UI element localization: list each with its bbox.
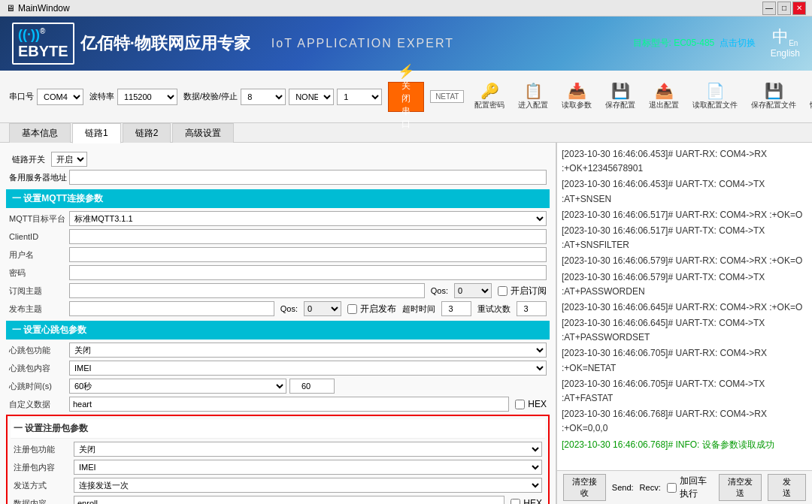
log-entry: [2023-10-30 16:46:06.517]# UART-RX: COM4… (562, 208, 807, 222)
link-switch-label: 链路开关 (12, 154, 45, 165)
enter-config-label: 进入配置 (518, 100, 548, 110)
close-button[interactable]: ✕ (792, 2, 806, 15)
publish-open-checkbox[interactable]: 开启发布 (347, 303, 396, 315)
close-port-button[interactable]: ⚡ 关闭串口 (388, 82, 424, 112)
subscribe-open-checkbox[interactable]: 开启订阅 (498, 285, 547, 297)
tab-basic[interactable]: 基本信息 (9, 123, 71, 143)
heartbeat-section-header: 一 设置心跳包参数 (6, 321, 550, 340)
title-bar-text: MainWindow (18, 3, 70, 14)
subscribe-qos-select[interactable]: 012 (454, 283, 492, 298)
register-send-select[interactable]: 连接发送一次 (74, 478, 542, 493)
enter-config-button[interactable]: 📋 进入配置 (512, 80, 554, 113)
custom-data-input[interactable] (69, 397, 509, 412)
password-input[interactable] (69, 265, 547, 280)
register-hex-checkbox[interactable]: HEX (511, 498, 542, 504)
heartbeat-content-row: 心跳包内容 IMEI (6, 361, 550, 376)
add-queue-check[interactable] (667, 483, 677, 493)
save-config-button[interactable]: 💾 保存配置 (599, 80, 641, 113)
client-id-input[interactable] (69, 229, 547, 244)
log-entry: [2023-10-30 16:46:06.517]# UART-TX: COM4… (562, 224, 807, 252)
lang-icon: 中En (772, 29, 798, 47)
timeout-input[interactable] (441, 301, 471, 316)
tab-advanced[interactable]: 高级设置 (172, 123, 234, 143)
port-select[interactable]: COM4 (37, 89, 83, 105)
subscribe-input[interactable] (69, 283, 425, 298)
send-button[interactable]: 发送 (768, 474, 806, 501)
parity-select[interactable]: NONE (289, 89, 334, 105)
subscribe-open-label: 开启订阅 (511, 285, 547, 297)
save-config-icon: 💾 (611, 83, 630, 98)
custom-data-hex-check[interactable] (515, 400, 525, 409)
heartbeat-content-select[interactable]: IMEI (69, 361, 547, 376)
register-data-input[interactable] (74, 496, 504, 504)
send-label: Send: (612, 483, 634, 492)
read-params-label: 读取参数 (562, 100, 592, 110)
server-addr-input[interactable] (69, 170, 547, 185)
read-params-button[interactable]: 📥 读取参数 (556, 80, 598, 113)
subscribe-row: 订阅主题 Qos: 012 开启订阅 (6, 283, 550, 298)
subscribe-label: 订阅主题 (9, 285, 69, 297)
register-func-select[interactable]: 关闭开启 (74, 442, 542, 457)
username-input[interactable] (69, 247, 547, 262)
toolbar-left: 串口号 COM4 波特率 115200 数据/校验/停止 8 NONE 1 ⚡ (9, 82, 424, 112)
factory-reset-button[interactable]: 🔄 恢复出厂设置 (804, 80, 812, 113)
custom-data-hex-checkbox[interactable]: HEX (515, 399, 547, 409)
heartbeat-time-select[interactable]: 60秒 (69, 379, 286, 394)
save-config-file-button[interactable]: 💾 保存配置文件 (745, 80, 802, 113)
register-section: 一 设置注册包参数 注册包功能 关闭开启 注册包内容 IMEI 发送方式 连 (6, 415, 550, 504)
baud-select[interactable]: 115200 (117, 89, 177, 105)
publish-qos-select[interactable]: 012 (304, 301, 341, 316)
config-pwd-label: 配置密码 (474, 100, 504, 110)
title-bar: 🖥 MainWindow — □ ✕ (0, 0, 812, 17)
logo-subtitle: 亿佰特·物联网应用专家 (80, 32, 250, 55)
heartbeat-func-label: 心跳包功能 (9, 345, 69, 356)
publish-input[interactable] (69, 301, 274, 316)
minimize-button[interactable]: — (762, 2, 776, 15)
data-stop-label: 数据/校验/停止 (183, 91, 238, 102)
heartbeat-func-select[interactable]: 关闭开启 (69, 343, 547, 358)
mqtt-platform-select[interactable]: 标准MQTT3.1.1 (69, 211, 547, 226)
register-section-label: 一 设置注册包参数 (14, 423, 88, 433)
register-hex-check[interactable] (511, 499, 520, 505)
enter-config-icon: 📋 (524, 83, 543, 98)
register-hex-label: HEX (523, 498, 542, 504)
config-pwd-button[interactable]: 🔑 配置密码 (468, 80, 511, 113)
lang-button[interactable]: 中En English (771, 29, 800, 58)
register-content-row: 注册包内容 IMEI (11, 460, 545, 475)
recv-label: Recv: (640, 483, 661, 492)
subscribe-open-check[interactable] (498, 286, 508, 296)
retry-input[interactable] (517, 301, 547, 316)
iot-text: IoT APPLICATION EXPERT (271, 37, 454, 50)
lang-label: English (771, 48, 800, 59)
link-switch-select[interactable]: 开启 关闭 (51, 152, 87, 167)
link-switch-row: 链路开关 开启 关闭 (6, 149, 550, 170)
register-content-select[interactable]: IMEI (74, 460, 542, 475)
tab-link1[interactable]: 链路1 (72, 123, 121, 143)
log-area: [2023-10-30 16:46:06.453]# UART-RX: COM4… (557, 143, 812, 470)
publish-row: 发布主题 Qos: 012 开启发布 超时时间 重试次数 (6, 301, 550, 316)
subscribe-inline: Qos: 012 开启订阅 (69, 283, 547, 298)
stop-select[interactable]: 1 (337, 89, 382, 105)
exit-config-button[interactable]: 📤 退出配置 (643, 80, 685, 113)
log-entry: [2023-10-30 16:46:06.768]# UART-RX: COM4… (562, 407, 807, 436)
tab-link2[interactable]: 链路2 (123, 123, 171, 143)
clear-send-button[interactable]: 清空发送 (719, 474, 762, 501)
heartbeat-content-label: 心跳包内容 (9, 363, 69, 374)
save-config-file-label: 保存配置文件 (751, 100, 796, 110)
data-select[interactable]: 8 (241, 89, 286, 105)
register-send-label: 发送方式 (14, 480, 74, 491)
right-panel: [2023-10-30 16:46:06.453]# UART-RX: COM4… (556, 143, 812, 504)
publish-open-check[interactable] (347, 304, 357, 314)
clear-receive-button[interactable]: 清空接收 (563, 474, 606, 501)
log-entry: [2023-10-30 16:46:06.579]# UART-TX: COM4… (562, 270, 807, 299)
add-queue-checkbox[interactable]: 加回车执行 (667, 475, 713, 500)
header-right: 目标型号: EC05-485 点击切换 中En English (633, 29, 800, 58)
heartbeat-time-input[interactable] (289, 379, 335, 394)
mqtt-section-header: 一 设置MQTT连接参数 (6, 189, 550, 208)
server-addr-label: 备用服务器地址 (9, 172, 69, 183)
read-config-file-button[interactable]: 📄 读取配置文件 (686, 80, 744, 113)
register-section-header: 一 设置注册包参数 (11, 419, 545, 439)
target-switch-btn[interactable]: 点击切换 (720, 38, 756, 48)
maximize-button[interactable]: □ (777, 2, 791, 15)
log-entry: [2023-10-30 16:46:06.705]# UART-TX: COM4… (562, 377, 807, 406)
